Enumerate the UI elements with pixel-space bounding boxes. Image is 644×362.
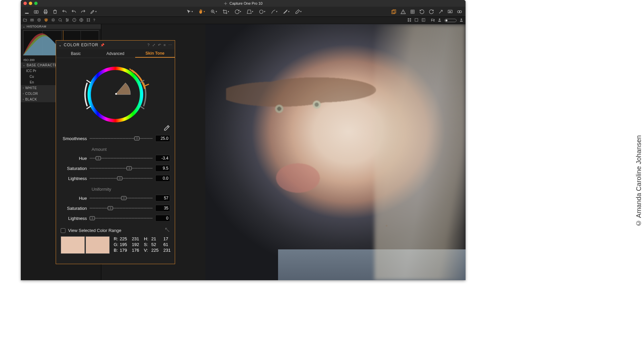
pan-tool-icon[interactable]: ▾: [198, 9, 205, 14]
panel-more-icon[interactable]: ⋯: [168, 43, 172, 47]
slideshow-icon[interactable]: [447, 9, 453, 14]
view-single-icon[interactable]: [414, 17, 419, 23]
import-icon[interactable]: [24, 9, 30, 14]
spot-tool-icon[interactable]: ▾: [259, 9, 265, 14]
erase-tool-icon[interactable]: ▾: [295, 9, 302, 14]
uniformity-saturation-value[interactable]: 35: [155, 205, 170, 212]
detail-tab-icon[interactable]: [58, 17, 62, 23]
panel-menu-icon[interactable]: ≡: [164, 43, 166, 47]
amount-lightness-slider[interactable]: [90, 176, 153, 181]
svg-point-0: [225, 3, 226, 4]
svg-point-37: [439, 18, 440, 20]
sidebar-help-icon[interactable]: ?: [93, 18, 97, 22]
histogram-header[interactable]: ⌄HISTOGRAM: [21, 24, 101, 29]
undo-icon[interactable]: [62, 9, 67, 14]
rotate-right-icon[interactable]: [429, 9, 434, 14]
eyedropper-icon[interactable]: [163, 125, 170, 132]
view-grid-icon[interactable]: [407, 17, 412, 23]
photo-credit: © Amanda Caroline Johansen: [635, 135, 643, 227]
view-range-checkbox[interactable]: [61, 228, 65, 233]
trash-icon[interactable]: [52, 9, 58, 14]
rotate-left-icon[interactable]: [419, 9, 425, 14]
rotate-tool-icon[interactable]: ▾: [234, 9, 241, 14]
gradient-tool-icon[interactable]: ▾: [283, 9, 289, 14]
pin-icon[interactable]: 📌: [100, 43, 105, 47]
smoothness-value[interactable]: 25.0: [155, 135, 170, 142]
svg-rect-1: [34, 10, 38, 13]
svg-point-16: [39, 19, 40, 20]
amount-hue-slider[interactable]: [90, 156, 153, 161]
iso-readout: ISO 200: [23, 58, 35, 62]
amount-saturation-value[interactable]: 9.5: [155, 165, 170, 172]
batch-tab-icon[interactable]: [86, 17, 91, 23]
grid-icon[interactable]: [410, 9, 415, 14]
copies-icon[interactable]: [391, 9, 396, 14]
view-split-icon[interactable]: [421, 17, 426, 23]
svg-rect-36: [422, 18, 425, 21]
capture-icon[interactable]: [34, 9, 39, 14]
svg-point-22: [66, 18, 67, 19]
amount-saturation-slider[interactable]: [90, 166, 153, 171]
exposure-tab-icon[interactable]: [51, 17, 55, 23]
pointer-tool-icon[interactable]: ▾: [186, 9, 193, 14]
color-readout: R:225231 H:2117 G:195192 S:5261 B:179176…: [114, 236, 174, 253]
fit-label[interactable]: Fit: [431, 18, 435, 22]
capture-tab-icon[interactable]: [30, 17, 34, 23]
print-icon[interactable]: [43, 9, 48, 14]
panel-collapse-icon[interactable]: ⌄: [59, 43, 62, 47]
svg-point-20: [52, 19, 54, 20]
svg-point-30: [89, 20, 90, 21]
tool-tabstrip: ? Fit: [21, 17, 466, 24]
library-tab-icon[interactable]: [23, 17, 27, 23]
svg-rect-4: [45, 10, 47, 11]
panel-expand-icon[interactable]: ⤢: [152, 43, 155, 47]
svg-point-15: [38, 18, 41, 21]
zoom-slider[interactable]: [444, 19, 457, 22]
output-tab-icon[interactable]: [79, 17, 84, 23]
mask-tool-icon[interactable]: ▾: [271, 9, 277, 14]
svg-rect-31: [408, 18, 409, 19]
tab-basic[interactable]: Basic: [56, 49, 96, 58]
svg-point-38: [461, 18, 462, 20]
color-tab-icon[interactable]: [44, 17, 48, 23]
svg-rect-35: [415, 18, 418, 21]
crop-tool-icon[interactable]: ▾: [222, 9, 229, 14]
tab-advanced[interactable]: Advanced: [96, 49, 135, 58]
uniformity-hue-value[interactable]: 57: [155, 195, 170, 201]
svg-rect-34: [410, 20, 411, 21]
keystone-tool-icon[interactable]: ▾: [247, 9, 253, 14]
lens-tab-icon[interactable]: [37, 17, 41, 23]
adjust-tab-icon[interactable]: [65, 17, 69, 23]
uniformity-saturation-slider[interactable]: [90, 205, 153, 211]
user-icon: [437, 17, 442, 23]
export-icon[interactable]: [438, 9, 443, 14]
window-title: Capture One Pro 10: [21, 1, 466, 5]
loupe-icon[interactable]: [457, 9, 462, 14]
view-range-label: View Selected Color Range: [68, 228, 121, 233]
amount-hue-value[interactable]: -3.4: [155, 155, 170, 162]
smoothness-slider[interactable]: [90, 136, 153, 141]
amount-lightness-value[interactable]: 0.0: [155, 175, 170, 182]
annotate-icon[interactable]: ▾: [90, 9, 97, 14]
uniformity-section-label: Uniformity: [92, 187, 170, 192]
metadata-tab-icon[interactable]: [72, 17, 76, 23]
svg-line-43: [87, 80, 91, 83]
uniformity-lightness-slider[interactable]: [90, 216, 153, 221]
undo2-icon[interactable]: [71, 9, 76, 14]
warning-icon[interactable]: [400, 9, 406, 14]
svg-point-27: [87, 18, 88, 19]
invert-mask-icon[interactable]: [165, 227, 170, 234]
uniformity-lightness-value[interactable]: 0: [155, 215, 170, 222]
svg-point-23: [68, 19, 68, 20]
uniformity-hue-slider[interactable]: [90, 195, 153, 201]
user2-icon: [459, 17, 464, 23]
color-wheel[interactable]: [78, 63, 152, 126]
svg-point-14: [32, 19, 33, 20]
zoom-tool-icon[interactable]: ▾: [210, 9, 217, 14]
swatch-after: [86, 236, 110, 254]
panel-help-icon[interactable]: ?: [147, 43, 149, 47]
panel-undo-icon[interactable]: ↶: [158, 43, 161, 47]
tab-skin-tone[interactable]: Skin Tone: [135, 49, 175, 58]
redo-icon[interactable]: [80, 9, 86, 14]
svg-point-21: [59, 18, 61, 21]
